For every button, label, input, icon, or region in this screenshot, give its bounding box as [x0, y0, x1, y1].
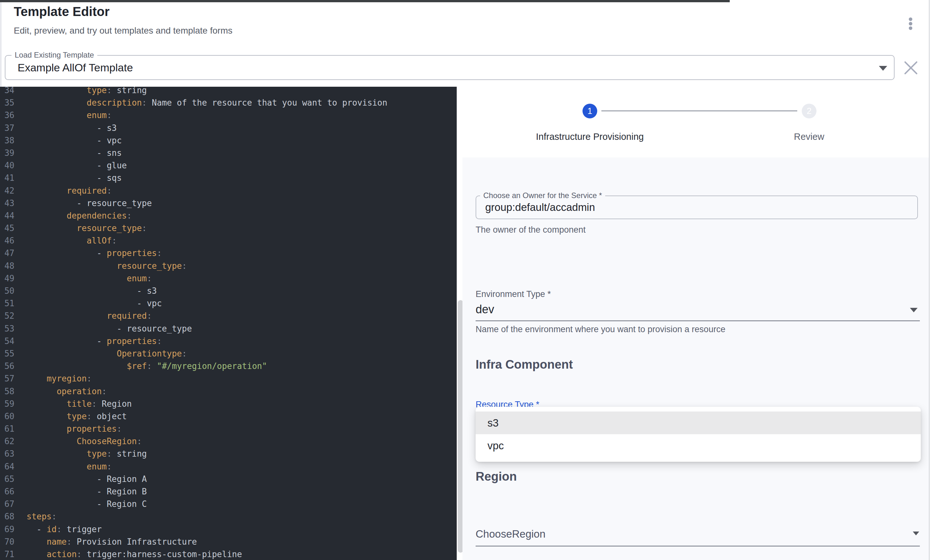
code-text: type: string — [26, 448, 147, 460]
line-number: 53 — [0, 323, 14, 335]
code-text: steps: — [26, 511, 57, 523]
code-text: - vpc — [26, 297, 162, 310]
code-line: 67 - Region C — [0, 498, 457, 511]
code-line: 60 type: object — [0, 410, 457, 423]
line-number: 50 — [0, 285, 14, 297]
code-text: - id: trigger — [26, 523, 102, 536]
environment-helper-text: Name of the environment where you want t… — [475, 325, 725, 334]
choose-region-select[interactable]: ChooseRegion — [475, 528, 545, 540]
code-line: 34 type: string — [0, 87, 457, 97]
code-text: - glue — [26, 159, 127, 172]
line-number: 59 — [0, 398, 14, 410]
code-text: - s3 — [26, 122, 117, 134]
yaml-code-editor[interactable]: 34 type: string35 description: Name of t… — [0, 87, 457, 560]
code-line: 42 required: — [0, 185, 457, 197]
line-number: 43 — [0, 197, 14, 209]
code-line: 49 enum: — [0, 272, 457, 285]
code-line: 53 - resource_type — [0, 323, 457, 335]
code-text: operation: — [26, 385, 106, 398]
environment-type-label: Environment Type * — [475, 289, 551, 298]
load-template-select[interactable] — [5, 55, 895, 80]
kebab-menu-icon[interactable] — [904, 12, 918, 35]
code-text: enum: — [26, 460, 112, 473]
line-number: 58 — [0, 385, 14, 398]
code-text: - sns — [26, 147, 121, 159]
close-icon[interactable] — [903, 60, 918, 75]
code-text: - s3 — [26, 285, 157, 297]
code-line: 37 - s3 — [0, 122, 457, 134]
code-line: 58 operation: — [0, 385, 457, 398]
code-text: properties: — [26, 423, 121, 435]
code-line: 64 enum: — [0, 460, 457, 473]
line-number: 40 — [0, 159, 14, 172]
code-text: resource_type: — [26, 222, 147, 235]
line-number: 35 — [0, 97, 14, 109]
code-text: name: Provision Infrastructure — [26, 536, 197, 548]
code-line: 41 - sqs — [0, 172, 457, 184]
code-text: required: — [26, 185, 112, 197]
code-text: title: Region — [26, 398, 132, 410]
code-line: 65 - Region A — [0, 473, 457, 485]
code-line: 40 - glue — [0, 159, 457, 172]
environment-type-underline — [475, 320, 920, 321]
line-number: 51 — [0, 297, 14, 310]
environment-type-select[interactable]: dev — [475, 303, 494, 316]
code-text: - properties: — [26, 335, 162, 348]
code-text: required: — [26, 310, 152, 322]
window-right-edge — [929, 0, 930, 560]
line-number: 64 — [0, 460, 14, 473]
code-line: 35 description: Name of the resource tha… — [0, 97, 457, 109]
line-number: 70 — [0, 536, 14, 548]
window-left-edge — [0, 2, 2, 87]
line-number: 57 — [0, 372, 14, 385]
step-label-review: Review — [761, 131, 857, 143]
code-line: 45 resource_type: — [0, 222, 457, 235]
line-number: 46 — [0, 235, 14, 247]
load-template-value: Example AllOf Template — [18, 61, 133, 74]
line-number: 61 — [0, 423, 14, 435]
line-number: 63 — [0, 448, 14, 460]
step-indicator-2: 2 — [802, 104, 817, 118]
resource-type-dropdown-menu: s3vpc — [475, 407, 921, 462]
page-title: Template Editor — [14, 5, 109, 19]
code-line: 56 $ref: "#/myregion/operation" — [0, 360, 457, 372]
code-line: 50 - s3 — [0, 285, 457, 297]
code-text: dependencies: — [26, 209, 132, 222]
line-number: 42 — [0, 185, 14, 197]
code-line: 44 dependencies: — [0, 209, 457, 222]
load-template-label: Load Existing Template — [12, 51, 97, 60]
line-number: 69 — [0, 523, 14, 536]
menu-option-s3[interactable]: s3 — [475, 412, 921, 434]
code-text: $ref: "#/myregion/operation" — [26, 360, 267, 372]
chevron-down-icon — [879, 66, 887, 71]
code-text: - resource_type — [26, 323, 192, 335]
menu-option-vpc[interactable]: vpc — [475, 434, 921, 457]
code-text: action: trigger:harness-custom-pipeline — [26, 548, 242, 560]
chevron-down-icon — [913, 532, 919, 535]
code-text: myregion: — [26, 372, 92, 385]
code-line: 54 - properties: — [0, 335, 457, 348]
line-number: 55 — [0, 348, 14, 360]
code-line: 61 properties: — [0, 423, 457, 435]
step-label-infrastructure-provisioning: Infrastructure Provisioning — [510, 131, 670, 143]
line-number: 66 — [0, 485, 14, 498]
code-text: type: string — [26, 87, 147, 97]
code-text: - Region B — [26, 485, 147, 498]
code-text: ChooseRegion: — [26, 435, 142, 448]
step-indicator-1: 1 — [583, 104, 597, 118]
line-number: 68 — [0, 511, 14, 523]
line-number: 34 — [0, 87, 14, 97]
code-line: 39 - sns — [0, 147, 457, 159]
page-subtitle: Edit, preview, and try out templates and… — [14, 26, 232, 36]
line-number: 52 — [0, 310, 14, 322]
line-number: 44 — [0, 209, 14, 222]
code-line: 62 ChooseRegion: — [0, 435, 457, 448]
region-heading: Region — [475, 469, 517, 483]
code-text: type: object — [26, 410, 127, 423]
code-text: - sqs — [26, 172, 121, 184]
owner-input-label: Choose an Owner for the Service * — [480, 191, 605, 200]
code-text: resource_type: — [26, 260, 187, 272]
step-connector — [601, 111, 797, 111]
code-text: - properties: — [26, 247, 162, 260]
code-line: 38 - vpc — [0, 134, 457, 147]
